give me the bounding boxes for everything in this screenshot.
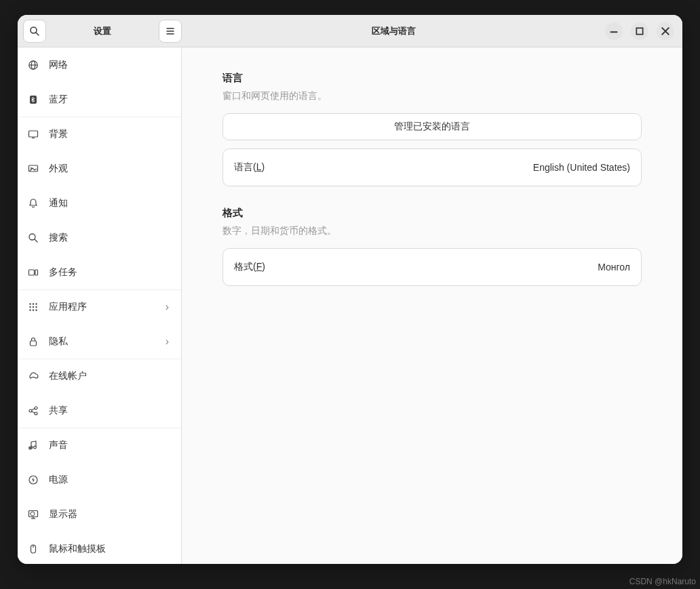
svg-point-27 [29, 309, 31, 310]
svg-line-34 [32, 408, 35, 409]
sharing-icon [27, 405, 39, 417]
sidebar-item-label: 在线帐户 [49, 370, 87, 382]
sidebar-item-applications[interactable]: 应用程序› [18, 289, 181, 324]
svg-point-29 [35, 309, 37, 310]
network-icon [27, 59, 39, 71]
bluetooth-icon [27, 94, 39, 106]
applications-icon [27, 301, 39, 313]
close-button[interactable] [657, 22, 674, 40]
sidebar-item-mouse[interactable]: 鼠标和触摸板 [18, 531, 181, 564]
sidebar-item-label: 蓝牙 [49, 94, 68, 106]
language-heading: 语言 [222, 72, 642, 85]
manage-languages-button[interactable]: 管理已安装的语言 [222, 113, 642, 140]
svg-point-28 [33, 309, 34, 310]
search-icon [27, 232, 39, 244]
content-area: 语言 窗口和网页使用的语言。 管理已安装的语言 语言(L) English (U… [182, 47, 682, 564]
minimize-button[interactable] [605, 22, 623, 40]
svg-point-26 [35, 306, 37, 308]
power-icon [27, 474, 39, 486]
page-title: 区域与语言 [182, 25, 605, 37]
window-controls [605, 22, 682, 40]
sidebar-item-label: 鼠标和触摸板 [49, 543, 106, 555]
multitasking-icon [27, 266, 39, 279]
menu-button[interactable] [159, 20, 182, 43]
svg-point-33 [35, 412, 37, 415]
svg-point-24 [29, 306, 31, 308]
window-body: 网络蓝牙背景外观通知搜索多任务应用程序›隐私›在线帐户共享声音电源显示器鼠标和触… [18, 47, 682, 564]
sidebar-item-online-accounts[interactable]: 在线帐户 [18, 359, 181, 393]
hamburger-icon [164, 25, 176, 37]
appearance-icon [27, 163, 39, 175]
sidebar-item-label: 通知 [49, 197, 68, 209]
language-row[interactable]: 语言(L) English (United States) [222, 148, 642, 186]
chevron-right-icon: › [166, 301, 169, 313]
svg-line-18 [35, 239, 37, 242]
svg-point-23 [35, 303, 37, 304]
svg-rect-30 [31, 341, 37, 346]
sidebar-item-privacy[interactable]: 隐私› [18, 324, 181, 359]
sidebar-item-label: 共享 [49, 405, 68, 417]
sidebar-item-notifications[interactable]: 通知 [18, 186, 181, 220]
maximize-button[interactable] [631, 22, 648, 40]
sidebar-item-appearance[interactable]: 外观 [18, 151, 181, 186]
notifications-icon [27, 197, 39, 209]
svg-point-22 [33, 303, 34, 304]
svg-point-36 [34, 446, 37, 449]
svg-point-25 [33, 306, 34, 308]
sidebar-item-background[interactable]: 背景 [18, 117, 181, 151]
online-accounts-icon [27, 370, 39, 382]
titlebar-left: 设置 [18, 20, 182, 43]
sidebar-item-label: 应用程序 [49, 301, 87, 313]
sidebar-item-multitasking[interactable]: 多任务 [18, 255, 181, 289]
svg-rect-13 [29, 131, 38, 137]
sound-icon [27, 439, 39, 451]
language-row-value: English (United States) [533, 162, 630, 173]
sidebar-item-label: 隐私 [49, 336, 68, 348]
watermark: CSDN @hkNaruto [629, 577, 696, 586]
svg-rect-20 [35, 270, 38, 275]
formats-heading: 格式 [222, 207, 642, 220]
formats-row[interactable]: 格式(F) Монгол [222, 248, 642, 286]
displays-icon [27, 508, 39, 521]
background-icon [27, 128, 39, 140]
sidebar-item-label: 声音 [49, 439, 68, 451]
svg-point-32 [35, 407, 37, 409]
language-description: 窗口和网页使用的语言。 [222, 90, 642, 102]
search-icon [28, 25, 41, 37]
formats-description: 数字，日期和货币的格式。 [222, 225, 642, 237]
sidebar-item-label: 网络 [49, 59, 68, 71]
titlebar: 设置 区域与语言 [18, 15, 682, 47]
sidebar-item-bluetooth[interactable]: 蓝牙 [18, 82, 181, 117]
svg-rect-6 [636, 28, 642, 34]
sidebar-item-label: 背景 [49, 128, 68, 140]
formats-row-label: 格式(F) [234, 261, 265, 273]
sidebar-item-label: 多任务 [49, 266, 77, 279]
svg-point-21 [29, 303, 31, 304]
formats-row-value: Монгол [598, 262, 630, 272]
svg-line-35 [32, 411, 35, 413]
sidebar-item-label: 显示器 [49, 508, 77, 521]
svg-line-1 [36, 33, 39, 35]
mouse-icon [27, 543, 39, 555]
search-button[interactable] [23, 20, 46, 43]
sidebar-item-label: 电源 [49, 474, 68, 486]
sidebar-item-sound[interactable]: 声音 [18, 428, 181, 462]
sidebar-item-label: 外观 [49, 163, 68, 175]
svg-point-31 [29, 409, 32, 412]
language-row-label: 语言(L) [234, 161, 265, 174]
settings-window: 设置 区域与语言 网络蓝牙背景外观通知搜索多任务应用程序›隐私›在线帐户共享声音… [18, 15, 682, 564]
privacy-icon [27, 336, 39, 348]
chevron-right-icon: › [166, 336, 169, 348]
sidebar: 网络蓝牙背景外观通知搜索多任务应用程序›隐私›在线帐户共享声音电源显示器鼠标和触… [18, 47, 182, 564]
sidebar-title: 设置 [50, 25, 155, 37]
sidebar-item-search[interactable]: 搜索 [18, 220, 181, 255]
sidebar-item-network[interactable]: 网络 [18, 47, 181, 82]
sidebar-item-label: 搜索 [49, 232, 68, 244]
svg-rect-19 [29, 270, 35, 275]
sidebar-item-power[interactable]: 电源 [18, 462, 181, 497]
sidebar-item-sharing[interactable]: 共享 [18, 393, 181, 428]
sidebar-item-displays[interactable]: 显示器 [18, 497, 181, 531]
svg-point-42 [31, 512, 35, 516]
